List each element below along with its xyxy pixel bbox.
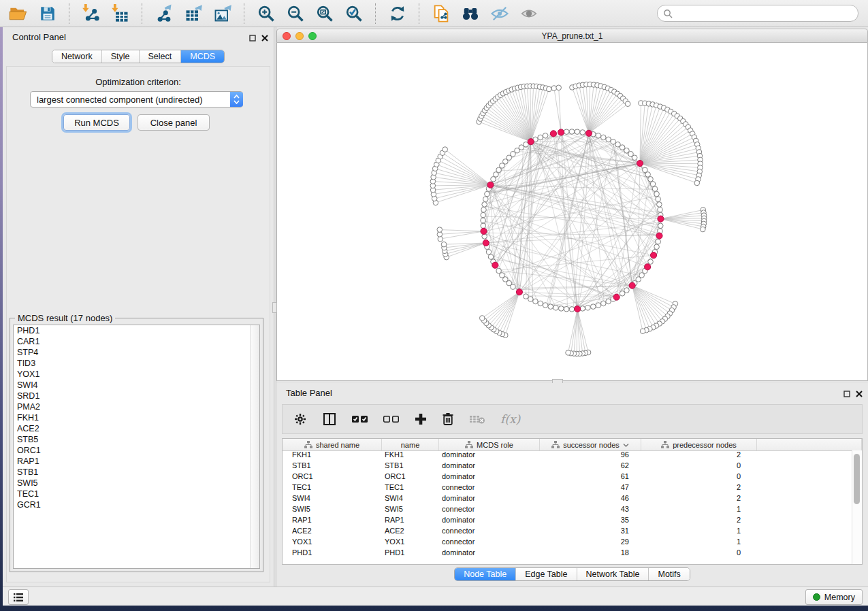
table-row[interactable]: SWI4SWI4dominator462 — [283, 494, 852, 505]
export-image-icon[interactable] — [212, 3, 233, 24]
run-mcds-button[interactable]: Run MCDS — [63, 114, 130, 131]
table-row[interactable]: FKH1FKH1dominator962 — [283, 450, 852, 461]
cell-predecessor_nodes: 0 — [641, 461, 757, 472]
tab-edge-table[interactable]: Edge Table — [515, 568, 576, 580]
mcds-result-item[interactable]: PHD1 — [14, 325, 259, 336]
delete-row-icon[interactable] — [442, 410, 454, 428]
table-row[interactable]: TEC1TEC1connector472 — [283, 483, 852, 494]
mcds-result-item[interactable]: RAP1 — [14, 456, 259, 467]
delete-table-icon[interactable] — [469, 410, 485, 428]
table-row[interactable]: ACE2ACE2connector311 — [283, 527, 852, 538]
mcds-result-item[interactable]: SRD1 — [14, 391, 259, 401]
toolbar-separator — [419, 3, 420, 24]
cell-successor_nodes: 43 — [540, 505, 641, 516]
column-header-shared-name[interactable]: shared name — [283, 439, 382, 450]
search-box[interactable] — [657, 5, 858, 22]
add-row-icon[interactable] — [415, 410, 427, 428]
mcds-result-item[interactable]: ACE2 — [14, 423, 259, 434]
mcds-result-item[interactable]: TEC1 — [14, 489, 259, 499]
result-list-scrollbar[interactable] — [250, 325, 259, 568]
toolbar-separator — [142, 3, 143, 24]
cell-successor_nodes: 18 — [540, 548, 641, 559]
tab-network-table[interactable]: Network Table — [577, 568, 649, 580]
cell-shared_name: RAP1 — [283, 516, 382, 527]
close-panel-icon[interactable] — [261, 32, 268, 44]
search-icon — [663, 9, 673, 18]
table-row[interactable]: YOX1YOX1connector291 — [283, 538, 852, 548]
first-neighbors-icon[interactable] — [460, 3, 481, 24]
memory-status-icon — [813, 593, 820, 601]
mcds-result-item[interactable]: FKH1 — [14, 412, 259, 423]
cell-shared_name: SWI5 — [283, 505, 382, 516]
mcds-result-item[interactable]: STP4 — [14, 347, 259, 358]
refresh-view-icon[interactable] — [387, 3, 408, 24]
show-columns-icon[interactable] — [322, 410, 337, 428]
memory-button[interactable]: Memory — [805, 589, 863, 605]
mcds-result-item[interactable]: GCR1 — [14, 499, 259, 510]
tab-node-table[interactable]: Node Table — [455, 568, 515, 580]
table-settings-icon[interactable] — [293, 410, 307, 428]
mcds-result-item[interactable]: STB1 — [14, 467, 259, 478]
mcds-result-item[interactable]: YOX1 — [14, 369, 259, 380]
select-all-columns-icon[interactable] — [352, 410, 368, 428]
network-window-titlebar[interactable]: YPA_prune.txt_1 — [276, 29, 868, 43]
column-header-successor-nodes[interactable]: successor nodes — [540, 439, 641, 450]
export-table-icon[interactable] — [183, 3, 204, 24]
tab-mcds[interactable]: MCDS — [180, 50, 224, 63]
criterion-select[interactable]: largest connected component (undirected) — [30, 91, 243, 108]
hide-selected-icon[interactable] — [489, 3, 510, 24]
column-header-name[interactable]: name — [382, 439, 439, 450]
column-header-predecessor-nodes[interactable]: predecessor nodes — [641, 439, 757, 450]
zoom-in-icon[interactable] — [256, 3, 276, 24]
open-file-icon[interactable] — [8, 3, 29, 24]
cell-name: SWI4 — [382, 494, 439, 505]
cell-mcds_role: dominator — [439, 548, 540, 559]
show-all-icon[interactable] — [519, 3, 539, 24]
control-panel-title: Control Panel — [12, 32, 66, 42]
mcds-result-item[interactable]: PMA2 — [14, 401, 259, 412]
mcds-result-item[interactable]: CAR1 — [14, 336, 259, 347]
zoom-fit-icon[interactable] — [315, 3, 335, 24]
network-view[interactable] — [276, 43, 868, 381]
function-builder-icon[interactable]: f(x) — [500, 410, 520, 428]
table-row[interactable]: STB1STB1dominator620 — [283, 461, 852, 472]
mcds-result-list[interactable]: PHD1CAR1STP4TID3YOX1SWI4SRD1PMA2FKH1ACE2… — [13, 325, 260, 569]
table-row[interactable]: PHD1PHD1dominator180 — [283, 548, 852, 559]
duplicate-network-icon[interactable] — [431, 3, 451, 24]
cell-successor_nodes: 62 — [540, 461, 641, 472]
toolbar-separator — [244, 3, 245, 24]
zoom-selected-icon[interactable] — [344, 3, 364, 24]
table-scrollbar-thumb[interactable] — [854, 454, 860, 504]
save-session-icon[interactable] — [37, 3, 58, 24]
column-header-MCDS-role[interactable]: MCDS role — [439, 439, 540, 450]
float-panel-icon[interactable] — [249, 32, 256, 44]
float-panel-icon[interactable] — [843, 388, 850, 400]
deselect-all-columns-icon[interactable] — [383, 410, 400, 428]
cell-predecessor_nodes: 2 — [641, 450, 757, 461]
tab-style[interactable]: Style — [101, 50, 139, 63]
close-panel-button[interactable]: Close panel — [138, 114, 210, 131]
cell-shared_name: ORC1 — [283, 472, 382, 483]
table-scrollbar[interactable] — [852, 450, 862, 564]
table-row[interactable]: RAP1RAP1dominator352 — [283, 516, 852, 527]
import-network-icon[interactable] — [81, 3, 101, 24]
export-network-icon[interactable] — [154, 3, 174, 24]
close-panel-icon[interactable] — [856, 388, 863, 400]
mcds-result-item[interactable]: SWI5 — [14, 478, 259, 489]
table-toolbar: f(x) — [282, 404, 863, 434]
tab-select[interactable]: Select — [139, 50, 181, 63]
cell-shared_name: YOX1 — [283, 538, 382, 548]
mcds-result-item[interactable]: SWI4 — [14, 380, 259, 391]
zoom-out-icon[interactable] — [285, 3, 306, 24]
task-history-button[interactable] — [8, 589, 29, 605]
mcds-result-item[interactable]: TID3 — [14, 358, 259, 369]
tab-motifs[interactable]: Motifs — [648, 568, 689, 580]
search-input[interactable] — [673, 6, 858, 20]
mcds-result-group: MCDS result (17 nodes) PHD1CAR1STP4TID3Y… — [10, 318, 263, 572]
mcds-result-item[interactable]: ORC1 — [14, 445, 259, 456]
tab-network[interactable]: Network — [52, 50, 101, 63]
mcds-result-item[interactable]: STB5 — [14, 434, 259, 445]
table-row[interactable]: SWI5SWI5connector431 — [283, 505, 852, 516]
table-row[interactable]: ORC1ORC1dominator610 — [283, 472, 852, 483]
import-table-icon[interactable] — [110, 3, 131, 24]
